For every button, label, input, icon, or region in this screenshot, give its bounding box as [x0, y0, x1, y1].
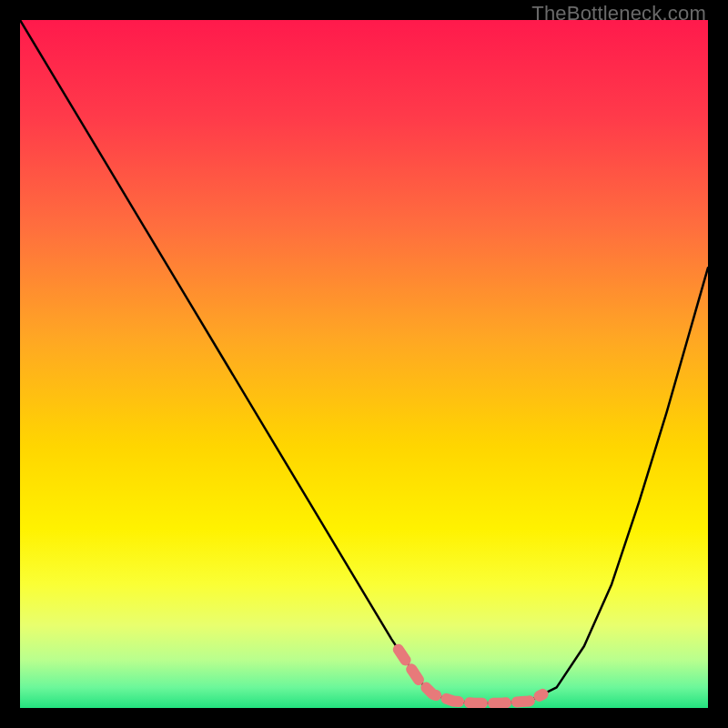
highlight-segment — [399, 650, 543, 703]
bottleneck-curve — [20, 20, 708, 703]
chart-frame: TheBottleneck.com — [0, 0, 728, 728]
curve-layer — [20, 20, 708, 708]
plot-area — [20, 20, 708, 708]
watermark-text: TheBottleneck.com — [531, 2, 706, 25]
